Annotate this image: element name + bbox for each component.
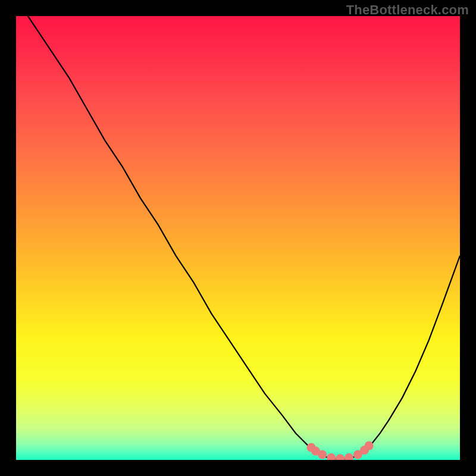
optimal-marker: [318, 450, 327, 459]
optimal-marker: [365, 441, 374, 450]
optimal-marker: [336, 454, 345, 463]
gradient-background: [16, 16, 460, 460]
chart-frame: TheBottleneck.com: [0, 0, 476, 476]
optimal-marker: [345, 453, 353, 462]
bottleneck-chart: [0, 0, 476, 476]
optimal-marker: [327, 453, 336, 462]
